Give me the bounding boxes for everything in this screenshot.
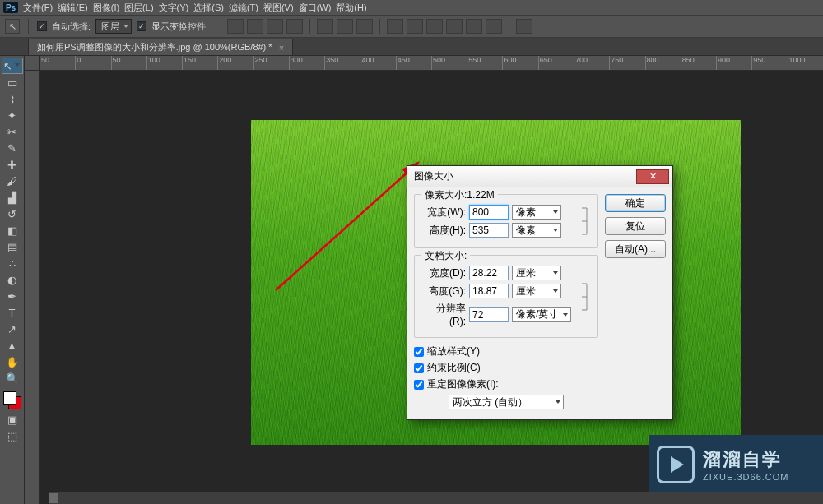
eyedropper-tool[interactable]: ✎ xyxy=(2,140,23,156)
scale-styles-label: 缩放样式(Y) xyxy=(427,344,480,358)
width-label: 宽度(W): xyxy=(421,206,466,220)
menu-view[interactable]: 视图(V) xyxy=(263,2,294,14)
arrange-icon[interactable] xyxy=(516,19,532,34)
link-icon xyxy=(579,262,591,331)
shape-tool[interactable]: ▲ xyxy=(2,337,23,354)
watermark-url: ZIXUE.3D66.COM xyxy=(703,472,788,482)
dist-icon[interactable] xyxy=(486,19,502,34)
dialog-title: 图像大小 xyxy=(414,169,636,183)
close-button[interactable]: ✕ xyxy=(636,169,669,184)
resolution-unit-select[interactable]: 像素/英寸 xyxy=(512,307,571,322)
eraser-tool[interactable]: ◧ xyxy=(2,222,23,238)
scrollbar-thumb[interactable] xyxy=(49,493,58,503)
wand-tool[interactable]: ✦ xyxy=(2,107,23,123)
horizontal-ruler: 5005010015020025030035040045050055060065… xyxy=(40,56,823,71)
horizontal-scrollbar[interactable] xyxy=(49,492,823,504)
ruler-corner xyxy=(25,56,40,71)
workspace: ↖ ▭ ⌇ ✦ ✂ ✎ ✚ 🖌 ▟ ↺ ◧ ▤ ∴ ◐ ✒ T ↗ ▲ ✋ 🔍 … xyxy=(0,56,823,504)
width-input[interactable] xyxy=(469,205,509,220)
pen-tool[interactable]: ✒ xyxy=(2,288,23,304)
menu-window[interactable]: 窗口(W) xyxy=(299,2,332,14)
current-tool-icon[interactable]: ↖ xyxy=(5,19,20,34)
cancel-button[interactable]: 复位 xyxy=(605,217,666,235)
screenmode-tool[interactable]: ⬚ xyxy=(2,428,23,444)
vertical-ruler xyxy=(25,71,40,504)
resample-method-select[interactable]: 两次立方 (自动） xyxy=(449,395,564,409)
menu-type[interactable]: 文字(Y) xyxy=(159,2,189,14)
menu-edit[interactable]: 编辑(E) xyxy=(58,2,88,14)
resample-label: 重定图像像素(I): xyxy=(427,377,499,391)
gradient-tool[interactable]: ▤ xyxy=(2,238,23,255)
dist-icon[interactable] xyxy=(426,19,443,34)
menu-filter[interactable]: 滤镜(T) xyxy=(229,2,258,14)
doc-width-input[interactable] xyxy=(469,266,509,280)
constrain-checkbox[interactable] xyxy=(414,363,424,373)
marquee-tool[interactable]: ▭ xyxy=(2,74,23,90)
menu-file[interactable]: 文件(F) xyxy=(23,2,53,14)
doc-height-input[interactable] xyxy=(469,284,509,298)
quickmask-tool[interactable]: ▣ xyxy=(2,411,23,428)
heal-tool[interactable]: ✚ xyxy=(2,156,23,173)
play-icon xyxy=(657,446,695,483)
menu-bar: Ps 文件(F) 编辑(E) 图像(I) 图层(L) 文字(Y) 选择(S) 滤… xyxy=(0,0,823,15)
resolution-input[interactable] xyxy=(469,307,509,322)
align-icon[interactable] xyxy=(247,19,263,34)
menu-select[interactable]: 选择(S) xyxy=(193,2,224,14)
pixel-dimensions-group: 像素大小:1.22M 宽度(W): 像素 高度(H): xyxy=(414,194,598,248)
dist-icon[interactable] xyxy=(387,19,403,34)
doc-dim-legend: 文档大小: xyxy=(421,249,470,263)
align-icon[interactable] xyxy=(286,19,303,34)
align-icons xyxy=(227,19,532,34)
stamp-tool[interactable]: ▟ xyxy=(2,189,23,206)
app-logo: Ps xyxy=(3,2,18,13)
lasso-tool[interactable]: ⌇ xyxy=(2,90,23,107)
width-unit-select[interactable]: 像素 xyxy=(512,205,561,220)
blur-tool[interactable]: ∴ xyxy=(2,255,23,271)
watermark-title: 溜溜自学 xyxy=(703,447,788,472)
auto-button[interactable]: 自动(A)... xyxy=(605,240,666,258)
menu-help[interactable]: 帮助(H) xyxy=(336,2,366,14)
menu-layer[interactable]: 图层(L) xyxy=(124,2,153,14)
color-swatch[interactable] xyxy=(2,390,23,411)
move-tool[interactable]: ↖ xyxy=(2,58,23,74)
doc-width-unit-select[interactable]: 厘米 xyxy=(512,266,561,280)
align-icon[interactable] xyxy=(317,19,333,34)
height-unit-select[interactable]: 像素 xyxy=(512,223,561,238)
brush-tool[interactable]: 🖌 xyxy=(2,173,23,189)
image-size-dialog: 图像大小 ✕ 像素大小:1.22M 宽度(W): 像素 xyxy=(407,165,673,420)
pixel-dim-legend: 像素大小:1.22M xyxy=(421,188,498,202)
path-tool[interactable]: ↗ xyxy=(2,321,23,337)
foreground-color[interactable] xyxy=(3,391,16,405)
resample-checkbox[interactable] xyxy=(414,380,424,390)
doc-height-unit-select[interactable]: 厘米 xyxy=(512,284,561,298)
align-icon[interactable] xyxy=(356,19,373,34)
align-icon[interactable] xyxy=(227,19,244,34)
close-icon[interactable]: × xyxy=(279,43,284,53)
dist-icon[interactable] xyxy=(446,19,463,34)
dialog-titlebar[interactable]: 图像大小 ✕ xyxy=(407,166,672,187)
ok-button[interactable]: 确定 xyxy=(605,194,666,212)
scale-styles-checkbox[interactable] xyxy=(414,347,424,357)
hand-tool[interactable]: ✋ xyxy=(2,354,23,370)
zoom-tool[interactable]: 🔍 xyxy=(2,370,23,386)
document-tab-title: 如何用PS调整图像的大小和分辨率.jpg @ 100%(RGB/8#) * xyxy=(37,41,272,53)
show-transform-label: 显示变换控件 xyxy=(151,21,206,33)
watermark: 溜溜自学 ZIXUE.3D66.COM xyxy=(649,435,823,494)
height-input[interactable] xyxy=(469,223,509,238)
height-label: 高度(H): xyxy=(421,224,466,238)
menu-image[interactable]: 图像(I) xyxy=(93,2,119,14)
align-icon[interactable] xyxy=(267,19,283,34)
history-brush-tool[interactable]: ↺ xyxy=(2,206,23,222)
dist-icon[interactable] xyxy=(407,19,423,34)
crop-tool[interactable]: ✂ xyxy=(2,123,23,140)
type-tool[interactable]: T xyxy=(2,304,23,321)
document-tab-bar: 如何用PS调整图像的大小和分辨率.jpg @ 100%(RGB/8#) * × xyxy=(0,38,823,56)
auto-select-dropdown[interactable]: 图层 xyxy=(95,19,132,34)
dodge-tool[interactable]: ◐ xyxy=(2,271,23,288)
align-icon[interactable] xyxy=(337,19,353,34)
auto-select-checkbox[interactable]: ✓ xyxy=(37,21,47,31)
document-tab[interactable]: 如何用PS调整图像的大小和分辨率.jpg @ 100%(RGB/8#) * × xyxy=(28,39,293,55)
tools-panel: ↖ ▭ ⌇ ✦ ✂ ✎ ✚ 🖌 ▟ ↺ ◧ ▤ ∴ ◐ ✒ T ↗ ▲ ✋ 🔍 … xyxy=(0,56,25,504)
show-transform-checkbox[interactable]: ✓ xyxy=(137,21,146,31)
dist-icon[interactable] xyxy=(466,19,482,34)
